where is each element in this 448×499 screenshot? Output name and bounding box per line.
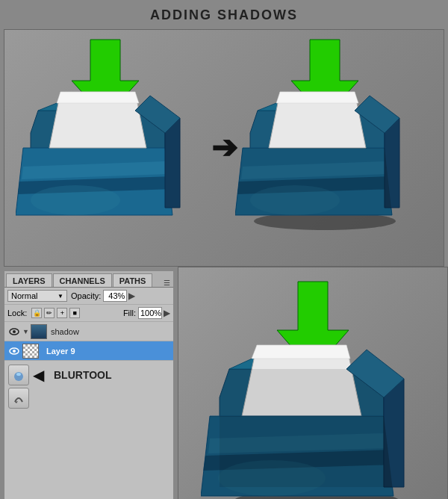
lock-label: Lock: [7,309,27,317]
tool-row-blur: ◀ BLURTOOL [8,365,169,385]
lock-all-icon[interactable]: 🔒 [31,308,42,318]
layer-thumb-layer9 [22,344,39,359]
svg-point-25 [13,330,16,333]
layer-row-shadow[interactable]: ▼ shadow [4,322,173,341]
layer-thumb-shadow [31,324,47,339]
lock-move-icon[interactable]: + [57,308,67,318]
before-folder-scene [16,36,214,260]
opacity-input[interactable]: 43% [103,290,127,302]
after-folder-scene [235,36,433,260]
arrow-connector: ➔ [211,130,237,165]
blur-tool-btn[interactable] [8,365,29,385]
lock-position-icon[interactable]: ■ [69,308,80,318]
layer-row-layer9[interactable]: Layer 9 [4,341,173,361]
panel-menu-icon[interactable]: ☰ [164,279,173,287]
svg-point-29 [16,373,21,376]
svg-marker-35 [252,345,350,359]
page-title: ADDING SHADOWS [150,7,298,22]
layer-group-expand[interactable]: ▼ [22,328,29,335]
top-panel: ➔ [4,29,444,267]
blur-tool-label: BLURTOOL [54,369,112,381]
layer-visibility-shadow[interactable] [8,326,20,338]
blend-mode-select[interactable]: Normal ▼ [7,290,67,302]
tab-paths[interactable]: PATHS [113,273,153,287]
ps-panel: LAYERS CHANNELS PATHS ☰ Normal ▼ Opacity… [4,270,174,499]
ps-tabs-row: LAYERS CHANNELS PATHS ☰ [4,271,173,288]
svg-point-27 [13,350,16,353]
lock-icons: 🔒 ✏ + ■ [31,308,80,318]
layer-name-shadow: shadow [51,327,79,336]
lock-draw-icon[interactable]: ✏ [44,308,55,318]
fill-input[interactable]: 100% [138,307,162,319]
bottom-section: LAYERS CHANNELS PATHS ☰ Normal ▼ Opacity… [0,267,448,499]
fill-arrow[interactable]: ▶ [164,308,170,318]
svg-point-8 [31,185,120,215]
blur-arrow: ◀ [33,366,44,384]
layer-list: ▼ shadow Layer 9 [4,322,173,361]
tab-channels[interactable]: CHANNELS [53,273,112,287]
fill-label: Fill: [123,309,136,317]
layer-visibility-layer9[interactable] [8,345,20,357]
main-container: ADDING SHADOWS [0,0,448,499]
opacity-label: Opacity: [71,291,101,300]
opacity-arrow[interactable]: ▶ [128,291,135,301]
tab-layers[interactable]: LAYERS [6,273,52,287]
svg-marker-6 [57,92,139,103]
layer-name-layer9: Layer 9 [46,347,75,356]
svg-marker-23 [235,148,392,215]
svg-marker-18 [276,92,358,103]
bottom-right-scene: 思绪设计论坛 www.missyuan.com [178,267,448,499]
svg-marker-9 [165,118,180,208]
second-tool-btn[interactable] [8,388,29,409]
svg-marker-43 [220,369,384,487]
ps-tools: ◀ BLURTOOL [4,361,173,412]
title-area: ADDING SHADOWS [0,0,448,29]
bottom-right-folder-box: 思绪设计论坛 www.missyuan.com [178,267,448,499]
